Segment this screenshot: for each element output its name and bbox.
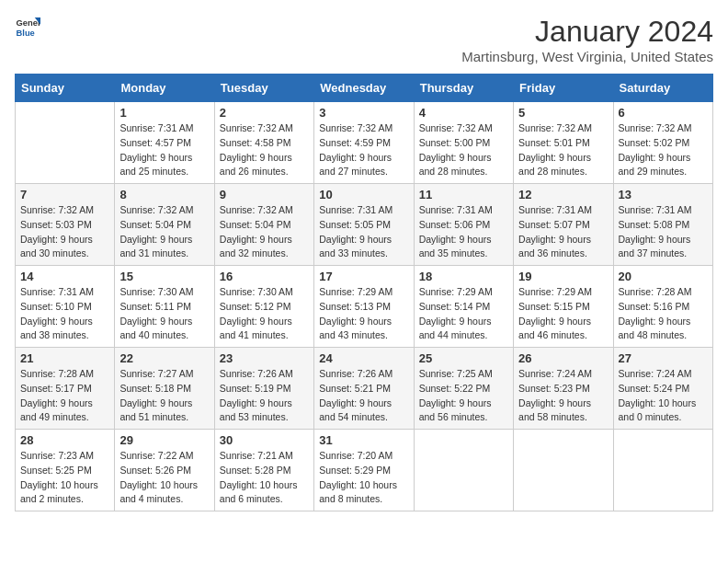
calendar-week-row: 7Sunrise: 7:32 AMSunset: 5:03 PMDaylight… <box>16 184 713 266</box>
cell-info: Sunrise: 7:32 AMSunset: 5:01 PMDaylight:… <box>518 121 608 179</box>
calendar-cell: 18Sunrise: 7:29 AMSunset: 5:14 PMDayligh… <box>414 266 513 348</box>
calendar-cell: 1Sunrise: 7:31 AMSunset: 4:57 PMDaylight… <box>115 102 214 184</box>
svg-text:General: General <box>17 18 40 28</box>
day-number: 2 <box>220 106 309 120</box>
header: General Blue January 2024 Martinsburg, W… <box>15 15 713 64</box>
day-number: 11 <box>419 188 508 201</box>
calendar-week-row: 14Sunrise: 7:31 AMSunset: 5:10 PMDayligh… <box>16 266 713 348</box>
dow-header: Wednesday <box>314 75 414 102</box>
day-number: 14 <box>20 270 109 283</box>
cell-info: Sunrise: 7:28 AMSunset: 5:16 PMDaylight:… <box>619 285 708 343</box>
day-number: 15 <box>119 270 209 283</box>
cell-info: Sunrise: 7:28 AMSunset: 5:17 PMDaylight:… <box>20 367 109 425</box>
calendar-cell: 2Sunrise: 7:32 AMSunset: 4:58 PMDaylight… <box>214 102 313 184</box>
day-number: 26 <box>518 351 608 365</box>
month-title: January 2024 <box>461 15 713 49</box>
calendar-cell: 29Sunrise: 7:22 AMSunset: 5:26 PMDayligh… <box>115 430 214 511</box>
dow-header: Tuesday <box>214 75 313 102</box>
day-number: 22 <box>119 351 209 365</box>
dow-header: Friday <box>514 75 613 102</box>
title-area: January 2024 Martinsburg, West Virginia,… <box>461 15 713 64</box>
day-number: 16 <box>220 270 309 283</box>
cell-info: Sunrise: 7:32 AMSunset: 5:03 PMDaylight:… <box>20 203 109 261</box>
calendar-cell: 13Sunrise: 7:31 AMSunset: 5:08 PMDayligh… <box>613 184 712 266</box>
calendar-cell: 30Sunrise: 7:21 AMSunset: 5:28 PMDayligh… <box>214 430 313 511</box>
day-number: 29 <box>119 433 209 447</box>
day-number: 10 <box>319 188 408 201</box>
day-number: 31 <box>319 433 408 447</box>
cell-info: Sunrise: 7:31 AMSunset: 4:57 PMDaylight:… <box>119 121 209 179</box>
day-number: 24 <box>319 351 408 365</box>
cell-info: Sunrise: 7:24 AMSunset: 5:23 PMDaylight:… <box>518 367 608 425</box>
cell-info: Sunrise: 7:30 AMSunset: 5:11 PMDaylight:… <box>119 285 209 343</box>
day-number: 23 <box>220 351 309 365</box>
calendar-cell: 17Sunrise: 7:29 AMSunset: 5:13 PMDayligh… <box>314 266 414 348</box>
day-of-week-row: SundayMondayTuesdayWednesdayThursdayFrid… <box>16 75 713 102</box>
day-number: 8 <box>119 188 209 201</box>
day-number: 19 <box>518 270 608 283</box>
cell-info: Sunrise: 7:30 AMSunset: 5:12 PMDaylight:… <box>220 285 309 343</box>
cell-info: Sunrise: 7:29 AMSunset: 5:14 PMDaylight:… <box>419 285 508 343</box>
calendar-cell: 14Sunrise: 7:31 AMSunset: 5:10 PMDayligh… <box>16 266 115 348</box>
calendar-cell: 25Sunrise: 7:25 AMSunset: 5:22 PMDayligh… <box>414 348 513 430</box>
cell-info: Sunrise: 7:32 AMSunset: 5:02 PMDaylight:… <box>619 121 708 179</box>
calendar-cell: 15Sunrise: 7:30 AMSunset: 5:11 PMDayligh… <box>115 266 214 348</box>
day-number: 20 <box>619 270 708 283</box>
cell-info: Sunrise: 7:32 AMSunset: 4:59 PMDaylight:… <box>319 121 408 179</box>
calendar-cell: 3Sunrise: 7:32 AMSunset: 4:59 PMDaylight… <box>314 102 414 184</box>
calendar-cell: 7Sunrise: 7:32 AMSunset: 5:03 PMDaylight… <box>16 184 115 266</box>
day-number: 25 <box>419 351 508 365</box>
day-number: 28 <box>20 433 109 447</box>
calendar-week-row: 21Sunrise: 7:28 AMSunset: 5:17 PMDayligh… <box>16 348 713 430</box>
cell-info: Sunrise: 7:23 AMSunset: 5:25 PMDaylight:… <box>20 449 109 507</box>
dow-header: Monday <box>115 75 214 102</box>
cell-info: Sunrise: 7:31 AMSunset: 5:06 PMDaylight:… <box>419 203 508 261</box>
day-number: 3 <box>319 106 408 120</box>
dow-header: Thursday <box>414 75 513 102</box>
calendar-cell <box>414 430 513 511</box>
cell-info: Sunrise: 7:26 AMSunset: 5:21 PMDaylight:… <box>319 367 408 425</box>
dow-header: Sunday <box>16 75 115 102</box>
cell-info: Sunrise: 7:32 AMSunset: 4:58 PMDaylight:… <box>220 121 309 179</box>
calendar-cell: 6Sunrise: 7:32 AMSunset: 5:02 PMDaylight… <box>613 102 712 184</box>
calendar-cell: 26Sunrise: 7:24 AMSunset: 5:23 PMDayligh… <box>514 348 613 430</box>
calendar-cell: 10Sunrise: 7:31 AMSunset: 5:05 PMDayligh… <box>314 184 414 266</box>
cell-info: Sunrise: 7:31 AMSunset: 5:07 PMDaylight:… <box>518 203 608 261</box>
calendar-cell: 28Sunrise: 7:23 AMSunset: 5:25 PMDayligh… <box>16 430 115 511</box>
location-title: Martinsburg, West Virginia, United State… <box>461 49 713 64</box>
calendar-cell <box>16 102 115 184</box>
calendar-cell <box>613 430 712 511</box>
calendar-cell: 23Sunrise: 7:26 AMSunset: 5:19 PMDayligh… <box>214 348 313 430</box>
day-number: 21 <box>20 351 109 365</box>
calendar-cell: 24Sunrise: 7:26 AMSunset: 5:21 PMDayligh… <box>314 348 414 430</box>
cell-info: Sunrise: 7:32 AMSunset: 5:04 PMDaylight:… <box>119 203 209 261</box>
calendar-cell: 20Sunrise: 7:28 AMSunset: 5:16 PMDayligh… <box>613 266 712 348</box>
calendar-table: SundayMondayTuesdayWednesdayThursdayFrid… <box>15 74 713 511</box>
calendar-cell: 9Sunrise: 7:32 AMSunset: 5:04 PMDaylight… <box>214 184 313 266</box>
cell-info: Sunrise: 7:24 AMSunset: 5:24 PMDaylight:… <box>619 367 708 425</box>
cell-info: Sunrise: 7:29 AMSunset: 5:13 PMDaylight:… <box>319 285 408 343</box>
day-number: 13 <box>619 188 708 201</box>
svg-text:Blue: Blue <box>17 29 35 38</box>
calendar-body: 1Sunrise: 7:31 AMSunset: 4:57 PMDaylight… <box>16 102 713 511</box>
calendar-week-row: 28Sunrise: 7:23 AMSunset: 5:25 PMDayligh… <box>16 430 713 511</box>
day-number: 30 <box>220 433 309 447</box>
cell-info: Sunrise: 7:20 AMSunset: 5:29 PMDaylight:… <box>319 449 408 507</box>
day-number: 6 <box>619 106 708 120</box>
calendar-cell: 19Sunrise: 7:29 AMSunset: 5:15 PMDayligh… <box>514 266 613 348</box>
calendar-cell: 31Sunrise: 7:20 AMSunset: 5:29 PMDayligh… <box>314 430 414 511</box>
day-number: 7 <box>20 188 109 201</box>
day-number: 5 <box>518 106 608 120</box>
calendar-cell: 4Sunrise: 7:32 AMSunset: 5:00 PMDaylight… <box>414 102 513 184</box>
cell-info: Sunrise: 7:31 AMSunset: 5:05 PMDaylight:… <box>319 203 408 261</box>
calendar-week-row: 1Sunrise: 7:31 AMSunset: 4:57 PMDaylight… <box>16 102 713 184</box>
calendar-cell: 27Sunrise: 7:24 AMSunset: 5:24 PMDayligh… <box>613 348 712 430</box>
calendar-cell: 22Sunrise: 7:27 AMSunset: 5:18 PMDayligh… <box>115 348 214 430</box>
day-number: 1 <box>119 106 209 120</box>
day-number: 18 <box>419 270 508 283</box>
logo-icon: General Blue <box>15 15 40 40</box>
dow-header: Saturday <box>613 75 712 102</box>
cell-info: Sunrise: 7:32 AMSunset: 5:04 PMDaylight:… <box>220 203 309 261</box>
calendar-cell: 11Sunrise: 7:31 AMSunset: 5:06 PMDayligh… <box>414 184 513 266</box>
cell-info: Sunrise: 7:21 AMSunset: 5:28 PMDaylight:… <box>220 449 309 507</box>
